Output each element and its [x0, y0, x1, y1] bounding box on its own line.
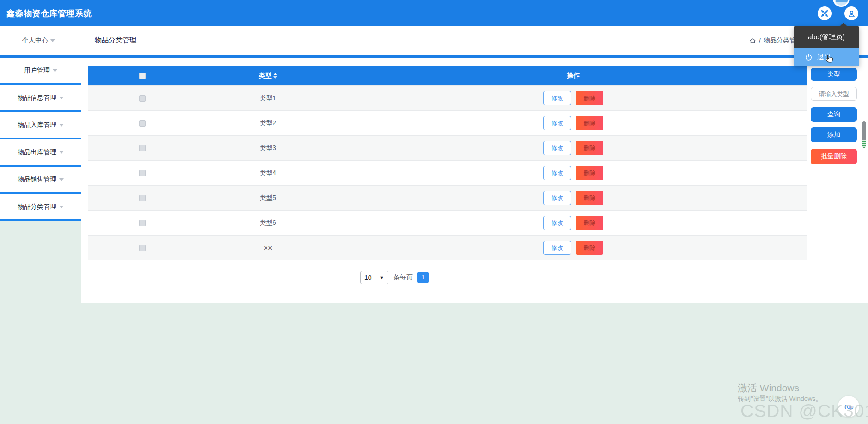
chevron-down-icon: [59, 97, 64, 99]
edit-button[interactable]: 修改: [543, 241, 571, 255]
type-cell: XX: [196, 236, 340, 260]
table-row: 类型5 修改 删除: [88, 185, 807, 210]
edit-button[interactable]: 修改: [543, 216, 571, 230]
table-header-row: 类型 操作: [88, 66, 807, 85]
table-body: 类型1 修改 删除 类型2 修改 删除 类型3 修改 删除: [88, 85, 807, 260]
type-label-button[interactable]: 类型: [811, 68, 857, 81]
batch-delete-button[interactable]: 批量删除: [811, 149, 857, 164]
row-checkbox[interactable]: [139, 170, 146, 176]
user-icon: [848, 10, 856, 18]
sidebar-item-item-info[interactable]: 物品信息管理: [0, 85, 81, 112]
home-icon[interactable]: [749, 37, 756, 44]
delete-button[interactable]: 删除: [576, 166, 603, 180]
avatar[interactable]: [833, 0, 850, 7]
personal-center-label: 个人中心: [22, 36, 48, 45]
table-row: 类型4 修改 删除: [88, 160, 807, 185]
type-search-input[interactable]: [811, 87, 857, 101]
username-display: abo(管理员): [794, 26, 859, 48]
sort-icon[interactable]: [273, 73, 277, 79]
type-cell: 类型2: [196, 111, 340, 135]
page-size-select[interactable]: 10 ▼: [360, 271, 388, 284]
sidebar-item-outbound[interactable]: 物品出库管理: [0, 139, 81, 167]
delete-button[interactable]: 删除: [576, 141, 603, 155]
power-icon: [805, 53, 813, 61]
sidebar-item-sales[interactable]: 物品销售管理: [0, 167, 81, 194]
sidebar-item-label: 物品分类管理: [18, 203, 56, 211]
delete-button[interactable]: 删除: [576, 116, 603, 130]
edit-button[interactable]: 修改: [543, 141, 571, 155]
table-row: 类型2 修改 删除: [88, 110, 807, 135]
top-header-bar: 鑫淼物资仓库管理系统: [0, 0, 868, 26]
page-size-value: 10: [364, 274, 372, 281]
row-checkbox[interactable]: [139, 245, 146, 251]
column-header-type[interactable]: 类型: [196, 66, 340, 85]
row-checkbox[interactable]: [139, 195, 146, 201]
type-cell: 类型5: [196, 186, 340, 210]
chevron-down-icon: ▼: [379, 275, 384, 280]
sidebar-item-label: 物品出库管理: [18, 148, 56, 157]
delete-button[interactable]: 删除: [576, 216, 603, 230]
dropdown-arrow: [840, 23, 847, 26]
main-content: 类型 操作 类型1 修改 删除 类型2 修改 删除: [81, 58, 868, 303]
select-all-checkbox[interactable]: [139, 73, 146, 79]
table-row: 类型6 修改 删除: [88, 210, 807, 235]
csdn-watermark: CSDN @CK3011: [741, 401, 868, 421]
row-checkbox[interactable]: [139, 95, 146, 102]
add-button[interactable]: 添加: [811, 127, 857, 142]
sidebar-item-label: 物品信息管理: [18, 94, 56, 102]
fullscreen-icon: [821, 10, 828, 17]
row-checkbox[interactable]: [139, 145, 146, 151]
type-cell: 类型3: [196, 136, 340, 160]
row-checkbox[interactable]: [139, 220, 146, 226]
category-table: 类型 操作 类型1 修改 删除 类型2 修改 删除: [88, 66, 807, 260]
column-header-label: 操作: [567, 72, 580, 80]
table-row: XX 修改 删除: [88, 235, 807, 260]
sidebar-item-inbound[interactable]: 物品入库管理: [0, 112, 81, 139]
personal-center-menu[interactable]: 个人中心: [22, 36, 55, 45]
table-row: 类型1 修改 删除: [88, 85, 807, 110]
activate-windows-text: 激活 Windows: [738, 382, 799, 394]
query-button[interactable]: 查询: [811, 107, 857, 122]
column-header-label: 类型: [259, 72, 272, 80]
delete-button[interactable]: 删除: [576, 241, 603, 255]
row-checkbox[interactable]: [139, 120, 146, 127]
chevron-down-icon: [59, 124, 64, 127]
edit-button[interactable]: 修改: [543, 166, 571, 180]
edit-button[interactable]: 修改: [543, 91, 571, 105]
column-header-action: 操作: [340, 66, 807, 85]
sidebar-item-category[interactable]: 物品分类管理: [0, 194, 81, 221]
pagination: 10 ▼ 条每页 1: [360, 271, 429, 284]
sidebar-item-user-mgmt[interactable]: 用户管理: [0, 58, 81, 85]
sidebar-item-label: 物品入库管理: [18, 121, 56, 129]
delete-button[interactable]: 删除: [576, 91, 603, 105]
breadcrumb-separator: /: [759, 37, 761, 44]
chevron-down-icon: [50, 39, 55, 42]
cursor-icon: [824, 54, 833, 64]
chevron-down-icon: [59, 178, 64, 181]
scrollbar-thumb[interactable]: [862, 121, 866, 148]
fullscreen-button[interactable]: [818, 6, 832, 20]
secondary-nav-bar: 个人中心 物品分类管理 / 物品分类管理: [0, 26, 868, 58]
page-number-button[interactable]: 1: [417, 272, 429, 283]
chevron-down-icon: [59, 151, 64, 154]
user-button[interactable]: [844, 6, 858, 20]
user-dropdown-menu: abo(管理员) 退出: [794, 26, 859, 66]
per-page-label: 条每页: [393, 273, 413, 282]
delete-button[interactable]: 删除: [576, 191, 603, 205]
table-row: 类型3 修改 删除: [88, 135, 807, 160]
edit-button[interactable]: 修改: [543, 191, 571, 205]
type-cell: 类型1: [196, 86, 340, 110]
scrollbar-marks: [862, 140, 866, 148]
type-cell: 类型4: [196, 161, 340, 185]
page-title: 物品分类管理: [95, 36, 136, 45]
sidebar: 用户管理 物品信息管理 物品入库管理 物品出库管理 物品销售管理 物品分类管理: [0, 58, 81, 221]
chevron-down-icon: [59, 206, 64, 208]
app-title: 鑫淼物资仓库管理系统: [6, 8, 92, 19]
chevron-down-icon: [53, 69, 57, 72]
type-cell: 类型6: [196, 211, 340, 235]
sidebar-item-label: 物品销售管理: [18, 176, 56, 184]
logout-menu-item[interactable]: 退出: [794, 48, 859, 66]
sidebar-item-label: 用户管理: [24, 67, 50, 75]
edit-button[interactable]: 修改: [543, 116, 571, 130]
